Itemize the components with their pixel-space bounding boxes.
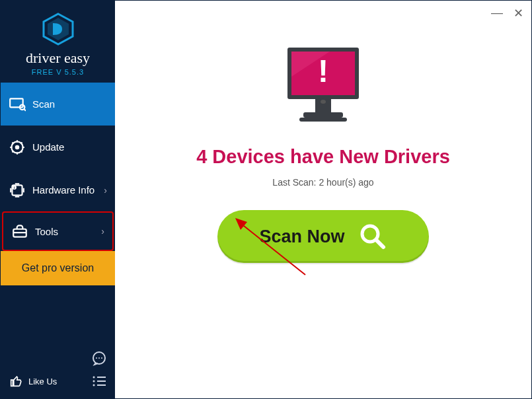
sidebar-item-tools[interactable]: Tools ›: [2, 211, 114, 251]
svg-line-31: [376, 240, 383, 247]
brand-name: driver easy: [1, 50, 115, 67]
main-panel: ! 4 Devices have New Drivers Last Scan: …: [115, 1, 531, 398]
svg-point-14: [98, 357, 100, 359]
chevron-right-icon: ›: [101, 226, 104, 236]
search-icon: [358, 222, 387, 251]
svg-point-6: [15, 145, 20, 149]
feedback-icon[interactable]: [91, 351, 107, 367]
sidebar-item-label: Tools: [35, 226, 58, 237]
sidebar-item-label: Hardware Info: [32, 184, 95, 196]
sidebar-item-hardware-info[interactable]: i Hardware Info ›: [1, 168, 115, 211]
close-button[interactable]: ✕: [512, 6, 525, 20]
sidebar-item-scan[interactable]: Scan: [1, 83, 115, 126]
gear-update-icon: [9, 139, 26, 156]
headline-text: 4 Devices have New Drivers: [196, 146, 450, 168]
svg-rect-28: [303, 112, 343, 118]
logo-area: driver easy FREE V 5.5.3: [1, 1, 115, 83]
like-us-button[interactable]: Like Us: [9, 374, 57, 388]
svg-point-27: [321, 100, 326, 104]
pro-label: Get pro version: [22, 262, 94, 274]
svg-point-17: [93, 381, 95, 382]
svg-point-16: [93, 377, 95, 379]
sidebar-item-label: Scan: [32, 98, 55, 110]
monitor-scan-icon: [9, 96, 26, 113]
alert-monitor-icon: !: [284, 47, 363, 126]
sidebar-item-update[interactable]: Update: [1, 126, 115, 168]
svg-line-4: [24, 109, 26, 110]
scan-now-button[interactable]: Scan Now: [217, 210, 429, 263]
logo-icon: [40, 13, 77, 46]
like-us-label: Like Us: [28, 377, 57, 386]
svg-point-13: [96, 357, 97, 359]
thumbs-up-icon: [9, 374, 23, 388]
scan-now-label: Scan Now: [259, 227, 344, 247]
get-pro-button[interactable]: Get pro version: [1, 251, 115, 285]
sidebar-item-label: Update: [32, 141, 64, 153]
svg-rect-2: [10, 98, 22, 107]
chip-info-icon: i: [9, 182, 26, 199]
last-scan-text: Last Scan: 2 hour(s) ago: [272, 177, 373, 188]
svg-rect-29: [299, 118, 347, 122]
svg-point-18: [93, 384, 95, 386]
svg-text:!: !: [318, 54, 328, 89]
chevron-right-icon: ›: [104, 185, 107, 196]
minimize-button[interactable]: —: [490, 6, 504, 20]
menu-list-icon[interactable]: [91, 373, 107, 389]
sidebar: driver easy FREE V 5.5.3 Scan Update i H…: [1, 1, 115, 398]
svg-point-15: [101, 357, 102, 359]
toolbox-icon: [11, 223, 28, 240]
version-label: FREE V 5.5.3: [1, 68, 115, 76]
